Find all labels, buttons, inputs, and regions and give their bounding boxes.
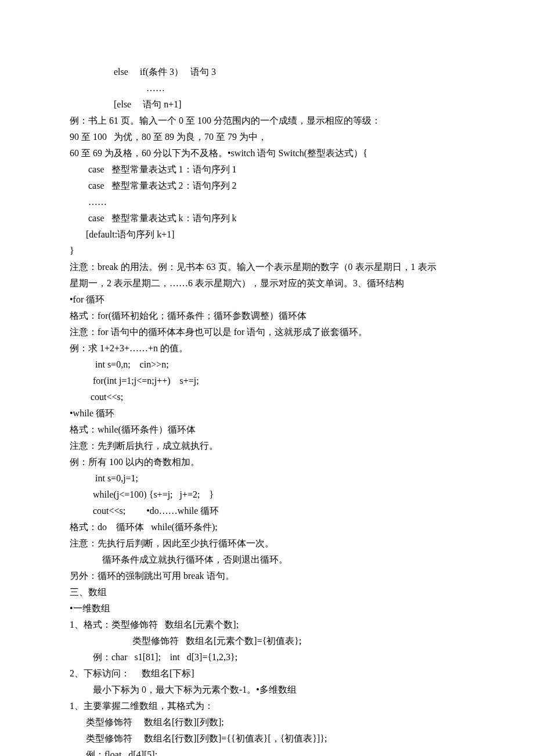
text-line: 格式：for(循环初始化；循环条件；循环参数调整）循环体: [70, 308, 464, 324]
text-line: 循环条件成立就执行循环体，否则退出循环。: [70, 552, 464, 568]
text-line: 注意：先判断后执行，成立就执行。: [70, 438, 464, 454]
text-line: ……: [70, 194, 464, 210]
text-line: case 整型常量表达式 k：语句序列 k: [70, 210, 464, 226]
text-line: int s=0,n; cin>>n;: [70, 357, 464, 373]
text-line: 注意：for 语句中的循环体本身也可以是 for 语句，这就形成了嵌套循环。: [70, 324, 464, 340]
text-line: 最小下标为 0，最大下标为元素个数-1。•多维数组: [70, 682, 464, 698]
text-line: case 整型常量表达式 2：语句序列 2: [70, 178, 464, 194]
text-line: 注意：先执行后判断，因此至少执行循环体一次。: [70, 535, 464, 552]
text-line: 1、格式：类型修饰符 数组名[元素个数];: [70, 617, 464, 633]
text-line: 另外：循环的强制跳出可用 break 语句。: [70, 568, 464, 584]
text-line: cout<<s; •do……while 循环: [70, 503, 464, 519]
text-line: 类型修饰符 数组名[行数][列数]={{初值表}[，{初值表}]};: [70, 730, 464, 747]
text-line: 格式：while(循环条件）循环体: [70, 422, 464, 438]
text-line: int s=0,j=1;: [70, 470, 464, 487]
text-line: 例：char s1[81]; int d[3]={1,2,3};: [70, 649, 464, 665]
text-line: 三、数组: [70, 584, 464, 600]
text-line: 2、下标访问： 数组名[下标]: [70, 665, 464, 682]
text-line: •for 循环: [70, 291, 464, 308]
document-page: else if(条件 3） 语句 3 …… [else 语句 n+1]例：书上 …: [0, 0, 534, 756]
text-line: case 整型常量表达式 1：语句序列 1: [70, 161, 464, 178]
text-line: 注意：break 的用法。例：见书本 63 页。输入一个表示星期的数字（0 表示…: [70, 259, 464, 275]
text-line: •while 循环: [70, 405, 464, 422]
text-line: ……: [70, 80, 464, 96]
text-line: else if(条件 3） 语句 3: [70, 64, 464, 80]
text-line: 星期一，2 表示星期二，……6 表示星期六），显示对应的英文单词。3、循环结构: [70, 275, 464, 291]
text-line: 例：求 1+2+3+……+n 的值。: [70, 340, 464, 357]
text-line: 格式：do 循环体 while(循环条件);: [70, 519, 464, 535]
text-line: for(int j=1;j<=n;j++) s+=j;: [70, 373, 464, 389]
text-line: 例：书上 61 页。输入一个 0 至 100 分范围内的一个成绩，显示相应的等级…: [70, 113, 464, 129]
text-line: 90 至 100 为优，80 至 89 为良，70 至 79 为中，: [70, 129, 464, 145]
text-line: 类型修饰符 数组名[行数][列数];: [70, 714, 464, 730]
text-line: cout<<s;: [70, 389, 464, 405]
text-line: [else 语句 n+1]: [70, 96, 464, 113]
text-line: 例：所有 100 以内的奇数相加。: [70, 454, 464, 470]
text-line: 1、主要掌握二维数组，其格式为：: [70, 698, 464, 714]
text-line: while(j<=100) {s+=j; j+=2; }: [70, 487, 464, 503]
text-line: •一维数组: [70, 600, 464, 617]
text-line: [default:语句序列 k+1]: [70, 226, 464, 243]
text-line: 类型修饰符 数组名[元素个数]={初值表};: [70, 633, 464, 649]
text-line: }: [70, 243, 464, 259]
text-line: 60 至 69 为及格，60 分以下为不及格。•switch 语句 Switch…: [70, 145, 464, 161]
text-line: 例：float d[4][5];: [70, 747, 464, 756]
